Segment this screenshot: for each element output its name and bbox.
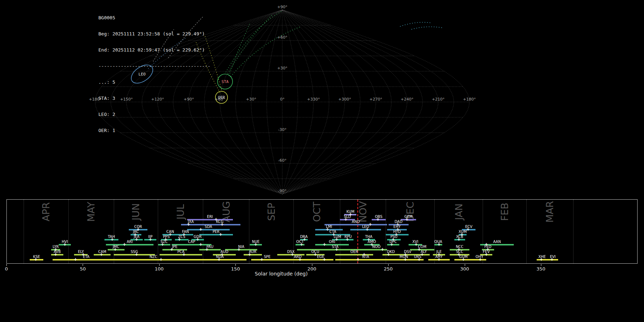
shower-peak-marker: + — [404, 257, 407, 262]
shower-peak-marker: + — [248, 252, 252, 257]
shower-peak-marker: + — [550, 257, 554, 262]
x-tick — [465, 264, 465, 266]
shower-peak-marker: + — [326, 227, 329, 231]
shower-bar-pca — [160, 254, 203, 255]
month-label: JUL — [175, 204, 186, 220]
lon-label: +270° — [370, 97, 382, 102]
x-tick-label: 0 — [5, 266, 8, 272]
shower-peak-marker: + — [323, 242, 326, 247]
month-label: APR — [40, 202, 52, 221]
shower-peak-marker: + — [110, 237, 114, 241]
radiant-sta: STA — [218, 74, 233, 89]
shower-peak-marker: + — [323, 257, 326, 262]
shower-bar-dkd — [382, 254, 399, 255]
meteor-track — [411, 27, 443, 29]
meteor-track — [400, 22, 431, 26]
lon-label: +180° — [463, 97, 476, 102]
shower-peak-marker: + — [484, 252, 488, 257]
lon-label: +60° — [215, 97, 225, 102]
shower-peak-marker: + — [254, 242, 258, 247]
shower-peak-marker: + — [313, 252, 317, 257]
meteor-track — [228, 14, 273, 74]
shower-peak-marker: + — [381, 247, 384, 252]
shower-peak-marker: + — [54, 252, 58, 257]
shower-peak-marker: + — [63, 242, 67, 247]
sky-map: LEOSTAOER +180°+150°+120°+90°+60°+30°0°+… — [0, 0, 644, 199]
x-tick-label: 100 — [155, 266, 164, 272]
shower-bar-nta — [335, 259, 396, 260]
shower-peak-marker: + — [237, 247, 241, 252]
x-tick-label: 350 — [537, 266, 546, 272]
separator: ---------------------------------------- — [98, 63, 210, 69]
shower-bar-ege — [308, 259, 334, 260]
shower-label-noo: NOO — [372, 245, 380, 249]
shower-peak-marker: + — [335, 247, 338, 252]
lat-label: +90° — [277, 5, 288, 9]
shower-peak-marker: + — [196, 237, 200, 241]
shower-peak-marker: + — [148, 237, 152, 241]
count-line-leo: LEO: 2 — [98, 112, 210, 117]
lat-label: +30° — [277, 66, 288, 70]
shower-peak-marker: + — [346, 237, 349, 241]
count-line-sta: STA: 3 — [98, 96, 210, 101]
shower-label-eri: ERI — [207, 215, 213, 219]
radiant-label: STA — [221, 79, 229, 84]
shower-label-per: PER — [213, 230, 219, 234]
graticule-line — [282, 10, 407, 194]
end-time: End: 20251112 02:59:47 (sol = 229.62°) — [98, 47, 210, 53]
shower-peak-marker: + — [260, 257, 264, 262]
month-boundary — [24, 200, 24, 263]
shower-peak-marker: + — [376, 217, 380, 221]
shower-label-sda: SDA — [205, 225, 212, 229]
shower-peak-marker: + — [100, 252, 103, 257]
station-id: BG0005 — [98, 15, 210, 20]
shower-peak-marker: + — [356, 257, 360, 262]
meteor-track — [229, 23, 250, 76]
shower-peak-marker: + — [478, 257, 482, 262]
shower-peak-marker: + — [74, 257, 77, 262]
shower-peak-marker: + — [34, 257, 38, 262]
month-boundary — [203, 200, 203, 263]
x-tick — [83, 264, 83, 266]
shower-bar-jxa — [181, 224, 201, 225]
shower-peak-marker: + — [182, 252, 186, 257]
shower-label-spe: SPE — [264, 255, 270, 259]
lon-label: +240° — [401, 97, 414, 102]
month-label: OCT — [311, 202, 322, 222]
shower-bar-spe — [251, 259, 283, 260]
x-axis-label: Solar longitude (deg) — [245, 271, 317, 277]
lat-label: -90° — [278, 189, 286, 193]
shower-peak-marker: + — [199, 242, 203, 247]
count-line-oer: OER: 1 — [98, 128, 210, 133]
month-label: NOV — [357, 201, 368, 222]
radiant-activity-figure: LEOSTAOER +180°+150°+120°+90°+60°+30°0°+… — [0, 0, 644, 322]
shower-peak-marker: + — [159, 257, 163, 262]
lon-label: +210° — [432, 97, 445, 102]
shower-bar-ssg — [114, 254, 155, 255]
shower-label-oer: OER — [351, 250, 358, 254]
x-tick — [388, 264, 389, 266]
shower-peak-marker: + — [135, 252, 138, 257]
x-tick — [6, 264, 7, 266]
x-tick-label: 50 — [80, 266, 86, 272]
month-label: SEP — [266, 203, 277, 221]
month-boundary — [158, 200, 158, 263]
shower-peak-marker: + — [437, 257, 441, 262]
shower-peak-marker: + — [387, 252, 390, 257]
shower-peak-marker: + — [414, 242, 418, 247]
shower-label-nta: NTA — [362, 255, 369, 259]
shower-peak-marker: + — [390, 242, 394, 247]
shower-bar-per — [199, 234, 233, 235]
month-label: MAY — [86, 202, 97, 222]
lat-label: +60° — [277, 35, 288, 40]
graticule-line — [282, 10, 345, 194]
shower-peak-marker: + — [298, 257, 302, 262]
month-label: MAR — [544, 201, 555, 223]
shower-bar-cap — [172, 244, 211, 245]
month-boundary — [573, 200, 574, 263]
shower-label-ori: ORI — [329, 240, 335, 244]
lon-label: +300° — [338, 97, 351, 102]
shower-peak-marker: + — [365, 227, 369, 231]
activity-chart: APRMAYJUNJULAUGSEPOCTNOVDECJANFEBMARKUM+… — [6, 199, 638, 264]
shower-peak-marker: + — [170, 247, 174, 252]
